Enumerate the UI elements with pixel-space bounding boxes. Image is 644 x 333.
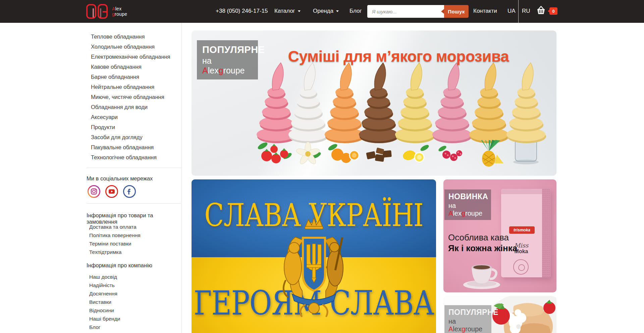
trismoka-logo: trismoka [509, 226, 535, 234]
coffee-cup-icon [461, 256, 504, 289]
sidebar-category-item[interactable]: Продукти [0, 122, 181, 132]
sidebar-category-item[interactable]: Технологічне обладнання [0, 152, 181, 162]
social-heading: Ми в соціальних мережах [87, 175, 153, 182]
sidebar-category-item[interactable]: Миюче, чистяче обладнання [0, 92, 181, 102]
sidebar-category-item[interactable]: Кавове обладнання [0, 62, 181, 72]
sidebar-category-item[interactable]: Барне обладнання [0, 72, 181, 82]
logo-monogram-icon [86, 4, 109, 19]
nav-contacts[interactable]: Контакти [473, 8, 497, 14]
banner-coffee-novelty[interactable]: НОВИНКА на Alexgroupe Особлива кава Як і… [443, 179, 556, 292]
youtube-icon[interactable] [105, 185, 118, 198]
sidebar-info-link[interactable]: Наш досвід [89, 273, 180, 281]
lemon-swirl [395, 63, 435, 162]
sidebar-info-link[interactable]: Досягнення [89, 289, 180, 298]
chevron-down-icon [336, 10, 339, 12]
popular-badge: ПОПУЛЯРНЕ на Alexgroupe [444, 305, 491, 333]
search-input[interactable] [367, 5, 444, 18]
strawberry-swirl [257, 63, 296, 163]
banner-title: Суміші для м’якого морозива [279, 47, 518, 65]
banner-ice-cream-mixes[interactable]: ПОПУЛЯРНЕ на Alexgroupe Суміші для м’яко… [192, 31, 556, 176]
nav-rent[interactable]: Оренда [313, 8, 339, 14]
bag-stamp [513, 259, 529, 275]
lang-ua[interactable]: UA [507, 8, 516, 14]
cream-swirl [506, 63, 546, 164]
raspberry-swirl [432, 63, 472, 161]
sidebar-category-item[interactable]: Засоби для догляду [0, 132, 181, 142]
search-button[interactable]: Пошук [444, 5, 469, 18]
lang-ru[interactable]: RU [522, 8, 530, 14]
pineapple-swirl [469, 63, 509, 167]
header-phone[interactable]: +38 (050) 246-17-15 [216, 8, 268, 14]
sidebar-category-item[interactable]: Пакувальне обладнання [0, 142, 181, 152]
cart-basket-icon [536, 5, 546, 15]
sidebar-info-link[interactable]: Надійність [89, 281, 180, 289]
sidebar-info-link[interactable]: Відносини [89, 306, 180, 315]
category-list: Теплове обладнання Холодильне обладнання… [0, 32, 181, 162]
page: Alex groupe +38 (050) 246-17-15 Каталог … [0, 0, 644, 333]
logo-text: Alex groupe [112, 6, 127, 17]
sidebar-info-link[interactable]: Наші бренди [89, 315, 180, 323]
sidebar-category-item[interactable]: Нейтральне обладнання [0, 82, 181, 92]
sidebar-info-link[interactable]: Техпідтримка [89, 248, 180, 256]
sidebar-category-item[interactable]: Холодильне обладнання [0, 42, 181, 52]
chevron-down-icon [298, 10, 301, 12]
sidebar-category-item[interactable]: Теплове обладнання [0, 32, 181, 42]
social-icons-row [87, 185, 136, 198]
sidebar-category-item[interactable]: Електромеханічне обладнання [0, 52, 181, 62]
vanilla-swirl [288, 63, 328, 165]
coffee-tagline-1: Особлива кава [448, 232, 509, 243]
sidebar-category-item[interactable]: Аксесуари [0, 112, 181, 122]
company-links: Наш досвід Надійність Досягнення Виставк… [89, 273, 180, 331]
instagram-icon[interactable] [87, 185, 101, 198]
novelty-badge: НОВИНКА на Alexgroupe [444, 189, 491, 220]
sidebar-info-link[interactable]: Виставки [89, 298, 180, 306]
cart-button[interactable]: 0 [536, 5, 557, 15]
popular-badge: ПОПУЛЯРНЕ на Alexgroupe [197, 40, 258, 79]
banner-popular-crepes[interactable]: ПОПУЛЯРНЕ на Alexgroupe [443, 296, 556, 333]
orders-links: Доставка та оплата Політика повернення Т… [89, 223, 180, 256]
company-info-heading: Інформація про компанію [87, 262, 152, 269]
sidebar-info-link[interactable]: Терміни поставки [89, 239, 180, 248]
divider [87, 168, 181, 168]
divider [87, 203, 181, 204]
nav-blog[interactable]: Блог [350, 8, 362, 14]
lang-divider [518, 0, 519, 23]
orange-swirl [325, 63, 364, 163]
coffee-tagline-2: Як і кожна жінка [448, 243, 517, 254]
cart-count-badge: 0 [549, 7, 557, 15]
search-box: Пошук [367, 5, 469, 18]
banner-slava-ukraini[interactable]: СЛАВА УКРАЇНІ ГЕРОЯМ СЛАВА [192, 179, 436, 333]
nav-catalog[interactable]: Каталог [274, 8, 301, 14]
chocolate-swirl [359, 63, 398, 162]
sidebar-info-link[interactable]: Політика повернення [89, 231, 180, 239]
facebook-icon[interactable] [123, 185, 136, 198]
sidebar-category-item[interactable]: Обладнання для води [0, 102, 181, 112]
sidebar: Теплове обладнання Холодильне обладнання… [0, 23, 182, 333]
header: Alex groupe +38 (050) 246-17-15 Каталог … [0, 0, 644, 23]
logo[interactable]: Alex groupe [86, 4, 127, 19]
sidebar-info-link[interactable]: Доставка та оплата [89, 223, 180, 231]
sidebar-info-link[interactable]: Блог [89, 323, 180, 331]
ukraine-coat-of-arms-icon [272, 217, 356, 321]
